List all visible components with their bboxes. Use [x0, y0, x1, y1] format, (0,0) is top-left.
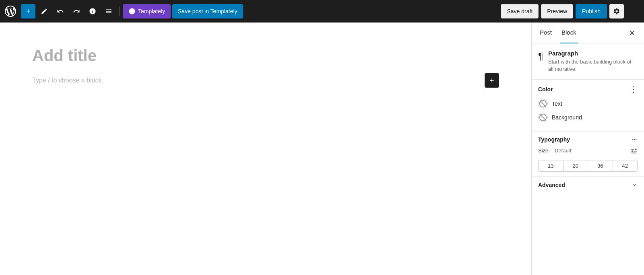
text-color-swatch[interactable]	[538, 99, 548, 109]
main-layout: Type / to choose a block Post Block ✕ ¶ …	[0, 23, 644, 275]
advanced-section-title: Advanced	[538, 182, 565, 188]
slash-icon-bg	[539, 113, 547, 121]
undo-icon	[57, 8, 64, 15]
more-options-button[interactable]	[626, 4, 641, 18]
toolbar: + Templately Save post in Templately Sav…	[0, 0, 644, 23]
publish-button[interactable]: Publish	[576, 4, 607, 18]
toolbar-right: Save draft Preview Publish	[501, 4, 641, 18]
pencil-icon	[41, 8, 48, 15]
background-color-label: Background	[552, 114, 582, 121]
list-view-button[interactable]	[101, 4, 116, 18]
size-option-20[interactable]: 20	[564, 160, 588, 171]
size-option-36[interactable]: 36	[588, 160, 613, 171]
plus-icon	[489, 77, 495, 84]
add-block-button[interactable]: +	[21, 4, 35, 18]
tab-block[interactable]: Block	[560, 23, 578, 43]
size-text: Size	[538, 148, 548, 154]
sliders-icon	[630, 148, 638, 155]
slash-icon	[539, 100, 547, 108]
typography-section: Typography Size Default 13 20 36 42	[532, 131, 644, 177]
color-section: Color ⋮ Text Background	[532, 80, 644, 131]
templately-label: Templately	[138, 8, 165, 14]
advanced-toggle-button[interactable]	[631, 182, 638, 188]
paragraph-icon: ¶	[538, 51, 543, 62]
save-post-templately-button[interactable]: Save post in Templately	[172, 4, 243, 18]
save-draft-button[interactable]: Save draft	[501, 4, 539, 18]
editor-area: Type / to choose a block	[0, 23, 531, 275]
close-sidebar-button[interactable]: ✕	[626, 27, 638, 39]
redo-icon	[73, 8, 80, 15]
size-default-text: Default	[555, 148, 571, 154]
advanced-header: Advanced	[538, 182, 638, 188]
color-more-button[interactable]: ⋮	[630, 84, 638, 94]
block-placeholder-text: Type / to choose a block	[32, 77, 499, 84]
color-section-header: Color ⋮	[538, 84, 638, 94]
preview-button[interactable]: Preview	[541, 4, 573, 18]
add-block-inline-button[interactable]	[485, 73, 499, 88]
size-label: Size Default	[538, 148, 571, 154]
sidebar: Post Block ✕ ¶ Paragraph Start with the …	[531, 23, 644, 275]
size-options: 13 20 36 42	[538, 160, 638, 172]
svg-point-0	[129, 8, 135, 14]
list-icon	[105, 8, 112, 15]
sidebar-header: Post Block ✕	[532, 23, 644, 43]
typography-more-button[interactable]	[631, 136, 638, 143]
wp-logo	[3, 4, 18, 18]
chevron-down-icon	[631, 182, 638, 188]
background-color-swatch[interactable]	[538, 113, 548, 122]
wordpress-icon	[5, 6, 16, 17]
templately-button[interactable]: Templately	[123, 4, 171, 18]
text-color-row: Text	[538, 99, 638, 109]
typography-section-title: Typography	[538, 136, 570, 143]
edit-button[interactable]	[37, 4, 52, 18]
typography-section-header: Typography	[538, 136, 638, 143]
more-horiz-icon	[631, 136, 638, 143]
color-section-title: Color	[538, 86, 553, 92]
size-option-42[interactable]: 42	[613, 160, 638, 171]
text-color-label: Text	[552, 101, 562, 107]
undo-button[interactable]	[53, 4, 68, 18]
redo-button[interactable]	[69, 4, 84, 18]
advanced-section: Advanced	[532, 177, 644, 193]
block-details: Paragraph Start with the basic building …	[548, 50, 638, 73]
block-description: Start with the basic building block of a…	[548, 58, 638, 73]
info-icon	[89, 8, 96, 15]
info-button[interactable]	[85, 4, 100, 18]
more-vertical-icon	[630, 8, 637, 15]
block-name: Paragraph	[548, 50, 638, 57]
size-option-13[interactable]: 13	[539, 160, 564, 171]
block-placeholder: Type / to choose a block	[32, 77, 499, 84]
post-title-input[interactable]	[32, 47, 499, 65]
typography-controls-button[interactable]	[630, 148, 638, 157]
size-label-row: Size Default	[538, 148, 638, 157]
gear-icon	[613, 8, 620, 15]
toolbar-divider	[119, 6, 120, 16]
block-info: ¶ Paragraph Start with the basic buildin…	[532, 43, 644, 80]
settings-button[interactable]	[609, 4, 624, 18]
tab-post[interactable]: Post	[538, 23, 553, 43]
background-color-row: Background	[538, 113, 638, 122]
save-post-templately-label: Save post in Templately	[178, 8, 237, 14]
templately-icon	[128, 8, 136, 15]
